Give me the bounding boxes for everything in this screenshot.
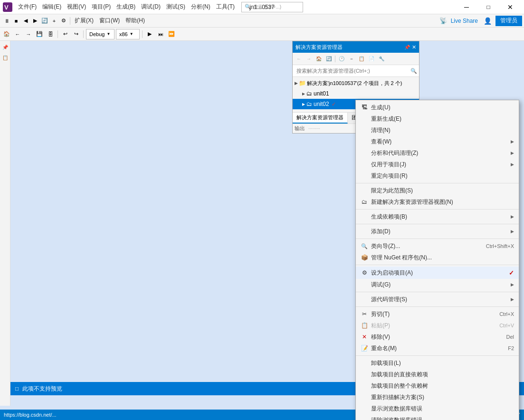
menu-analyze[interactable]: 分析(N)	[188, 2, 213, 12]
ctx-unload[interactable]: 卸载项目(L)	[356, 357, 519, 369]
menu-extend[interactable]: 扩展(X)	[72, 16, 96, 26]
ctx-nuget[interactable]: 📦 管理 NuGet 程序包(N)...	[356, 252, 519, 263]
tree-item-unit01[interactable]: ▶ 🗂 unit01	[293, 88, 419, 99]
live-share-button[interactable]: Live Share	[449, 17, 480, 25]
separator	[70, 17, 70, 25]
ctx-rename[interactable]: 📝 重命名(M) F2	[356, 343, 519, 354]
ctx-clean[interactable]: 清理(N)	[356, 124, 519, 136]
ctx-source-ctrl-label: 源代码管理(S)	[371, 296, 511, 304]
ctx-remove-label: 移除(V)	[371, 333, 503, 341]
menu-edit[interactable]: 编辑(E)	[39, 2, 64, 12]
ctx-new-solution-view[interactable]: 🗂 新建解决方案资源管理器视图(N)	[356, 196, 519, 208]
sol-tb-copy[interactable]: 📋	[357, 54, 366, 64]
ctx-clear-db[interactable]: 清除浏览数据库错误	[356, 414, 519, 420]
tb-undo[interactable]: ↩	[60, 29, 70, 39]
menu-build[interactable]: 生成(B)	[114, 2, 138, 12]
solution-search-input[interactable]	[295, 66, 410, 76]
ctx-rescan[interactable]: 重新扫描解决方案(S)	[356, 391, 519, 403]
ctx-new-solution-view-icon: 🗂	[361, 199, 368, 205]
ctx-build-deps[interactable]: 生成依赖项(B) ▶	[356, 211, 519, 222]
tb-arrow-left[interactable]: ←	[13, 29, 22, 39]
menu-debug[interactable]: 调试(D)	[138, 2, 163, 12]
ctx-paste[interactable]: 📋 粘贴(P) Ctrl+V	[356, 320, 519, 331]
menu-test[interactable]: 测试(S)	[163, 2, 188, 12]
sol-tb-doc[interactable]: 📄	[367, 54, 376, 64]
ctx-debug-g[interactable]: 调试(G) ▶	[356, 279, 519, 290]
ctx-add-label: 添加(D)	[371, 228, 511, 236]
ctx-set-startup-checkmark: ✓	[509, 269, 514, 277]
ctx-load-direct[interactable]: 加载项目的直接依赖项	[356, 369, 519, 380]
solution-search-icon[interactable]: 🔍	[410, 68, 417, 74]
ctx-load-tree[interactable]: 加载项目的整个依赖树	[356, 380, 519, 391]
ctx-view[interactable]: 查看(W) ▶	[356, 136, 519, 147]
ctx-rebuild[interactable]: 重新生成(E)	[356, 113, 519, 124]
ctx-class-view[interactable]: 🔍 类向导(Z)... Ctrl+Shift+X	[356, 240, 519, 252]
minimize-button[interactable]: ─	[456, 0, 477, 14]
sol-tb-minus[interactable]: －	[347, 54, 356, 64]
menu-project[interactable]: 项目(P)	[89, 2, 114, 12]
sol-close-icon[interactable]: ✕	[412, 44, 416, 50]
tb-home[interactable]: 🏠	[2, 29, 11, 39]
platform-label: x86	[119, 31, 128, 37]
tb-forward[interactable]: ▶	[30, 16, 40, 26]
sol-tb-wrench[interactable]: 🔧	[377, 54, 386, 64]
solution-toolbar: ← → 🏠 🔄 🕐 － 📋 📄 🔧	[293, 53, 419, 65]
ctx-only-project-label: 仅用于项目(J)	[371, 161, 511, 169]
ctx-scope[interactable]: 限定为此范围(S)	[356, 185, 519, 196]
pin-icon[interactable]: 📌	[404, 45, 410, 50]
ctx-class-view-icon: 🔍	[361, 243, 368, 249]
menu-window[interactable]: 窗口(W)	[96, 16, 123, 26]
sol-tb-refresh[interactable]: 🔄	[324, 54, 333, 64]
ctx-remove[interactable]: ✕ 移除(V) Del	[356, 331, 519, 343]
tb-arrow-right[interactable]: →	[24, 29, 33, 39]
person-icon[interactable]: 👤	[482, 16, 494, 26]
tb-refresh[interactable]: 🔄	[40, 16, 49, 26]
ctx-set-startup-label: 设为启动项目(A)	[371, 269, 506, 277]
tb-stop[interactable]: ■	[11, 16, 21, 26]
ctx-build[interactable]: 🏗 生成(U)	[356, 102, 519, 113]
tb-back[interactable]: ◀	[21, 16, 30, 26]
menu-view[interactable]: 视图(V)	[64, 2, 89, 12]
sol-tb-home[interactable]: 🏠	[314, 54, 324, 64]
tb-plus[interactable]: +	[49, 16, 59, 26]
tb-step2[interactable]: ⏩	[167, 29, 176, 39]
sol-tb-clock[interactable]: 🕐	[337, 54, 346, 64]
sidebar-icon-2[interactable]: 📋	[1, 53, 10, 62]
ctx-add[interactable]: 添加(D) ▶	[356, 226, 519, 237]
ctx-sep5	[356, 265, 519, 265]
tb-run[interactable]: ▶	[145, 29, 154, 39]
sol-tb-back[interactable]: ←	[294, 54, 304, 64]
tab-solution-explorer[interactable]: 解决方案资源管理器	[293, 113, 348, 124]
ctx-analyze[interactable]: 分析和代码清理(Z) ▶	[356, 147, 519, 159]
tb-save[interactable]: 💾	[35, 29, 44, 39]
ctx-sep6	[356, 292, 519, 292]
solution-search-bar[interactable]: 🔍	[293, 65, 419, 77]
menu-tools[interactable]: 工具(T)	[213, 2, 238, 12]
ctx-load-tree-label: 加载项目的整个依赖树	[371, 382, 428, 390]
ctx-source-ctrl[interactable]: 源代码管理(S) ▶	[356, 294, 519, 305]
tb-step[interactable]: ⏭	[156, 29, 165, 39]
ctx-set-startup[interactable]: ⚙ 设为启动项目(A) ✓	[356, 267, 519, 279]
manage-button[interactable]: 管理员	[495, 16, 522, 26]
unit02-checkmark: ✓	[332, 101, 336, 107]
solution-root-item[interactable]: ▶ 📁 解决方案'jn10010537'(2 个项目，共 2 个)	[293, 78, 419, 88]
ctx-only-project[interactable]: 仅用于项目(J) ▶	[356, 159, 519, 170]
tb-config[interactable]: ⚙	[59, 16, 68, 26]
ctx-retarget[interactable]: 重定向项目(R)	[356, 170, 519, 181]
tb-redo[interactable]: ↪	[71, 29, 81, 39]
platform-dropdown[interactable]: x86 ▼	[116, 29, 140, 39]
maximize-button[interactable]: □	[477, 0, 499, 14]
sol-tb-forward[interactable]: →	[304, 54, 314, 64]
ctx-retarget-label: 重定向项目(R)	[371, 172, 408, 180]
debug-mode-dropdown[interactable]: Debug ▼	[86, 29, 114, 39]
sidebar-icon-1[interactable]: 📌	[1, 43, 10, 51]
solution-icon: 📁	[299, 80, 306, 86]
close-button[interactable]: ✕	[499, 0, 521, 14]
tb-pause[interactable]: ⏸	[2, 16, 11, 26]
menu-file[interactable]: 文件(F)	[15, 2, 39, 12]
menu-help[interactable]: 帮助(H)	[123, 16, 148, 26]
ctx-source-ctrl-arrow: ▶	[511, 297, 514, 302]
ctx-cut[interactable]: ✂ 剪切(T) Ctrl+X	[356, 308, 519, 320]
tb-saveall[interactable]: 🗄	[46, 29, 55, 39]
ctx-show-db[interactable]: 显示浏览数据库错误	[356, 403, 519, 414]
